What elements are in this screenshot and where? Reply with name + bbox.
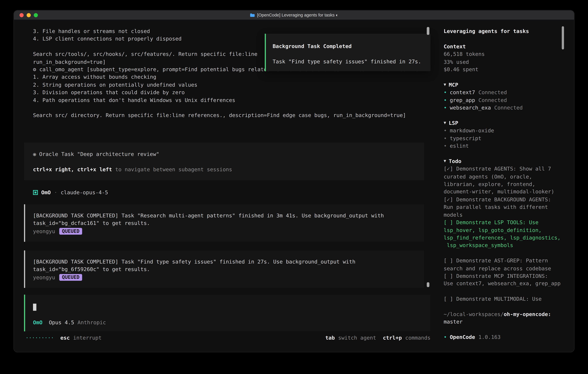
bullet-icon: • [444,142,447,150]
input-provider-name: Anthropic [78,319,106,326]
agent-header: OmO · claude-opus-4-5 [33,189,108,196]
message-author: yeongyu [33,274,55,281]
todo-item-pending: [ ] Demonstrate AST-GREP: Pattern search… [444,257,563,272]
context-heading: Context [444,43,563,50]
terminal-window: [OpenCode] Leveraging agents for tasks ◐… [14,10,574,352]
message-body: [BACKGROUND TASK COMPLETED] Task "Find t… [33,258,418,273]
todo-item-pending: [ ] Demonstrate MCP INTEGRATIONS: Use co… [444,272,563,287]
oracle-title: ◉Oracle Task "Deep architecture review" [33,150,418,158]
app-version: 1.0.163 [478,333,501,341]
agent-model: claude-opus-4-5 [61,189,108,196]
desktop: [OpenCode] Leveraging agents for tasks ◐… [0,0,588,374]
chevron-down-icon: ▼ [444,81,446,89]
record-icon: ◉ [33,151,36,157]
message-meta: yeongyu QUEUED [33,274,418,281]
switch-agent-label: switch agent [338,334,376,342]
lsp-item: • eslint [444,142,563,150]
mcp-section-header[interactable]: ▼ MCP [444,81,563,89]
branch-name: master [444,318,563,326]
input-model-name: Opus 4.5 [49,319,74,326]
esc-key-hint: esc [60,334,70,342]
chevron-down-icon: ▼ [444,119,446,127]
traffic-lights [20,13,38,17]
input-agent-name: OmO [33,319,42,326]
hint-text: to navigate between subagent sessions [115,166,232,172]
scrollbar-thumb[interactable] [427,282,430,287]
mcp-name: context7 [450,89,475,96]
message-author: yeongyu [33,228,55,235]
message-meta: yeongyu QUEUED [33,228,418,235]
queued-badge: QUEUED [59,274,82,281]
workspace-path: ~/local-workspaces/oh-my-opencode: [444,310,563,318]
oracle-title-text: Oracle Task "Deep architecture review" [39,151,159,157]
workspace-dir: ~/local-workspaces/ [444,311,504,317]
message-card: [BACKGROUND TASK COMPLETED] Task "Resear… [24,204,424,242]
message-card: [BACKGROUND TASK COMPLETED] Task "Find t… [24,250,424,288]
bullet-icon: • [444,96,447,104]
sidebar-scrollbar-thumb[interactable] [562,26,564,50]
background-task-toast: Background Task Completed Task "Find typ… [265,34,430,71]
titlebar: [OpenCode] Leveraging agents for tasks ◐ [14,10,574,20]
context-stats: 66,518 tokens 33% used $0.46 spent [444,50,563,73]
lsp-name: markdown-oxide [450,127,494,135]
folder-icon [250,13,255,17]
tab-key-hint: tab [326,334,335,342]
mcp-item: • websearch_exa Connected [444,104,563,112]
todo-item-pending: [ ] Demonstrate MULTIMODAL: Use [444,295,563,303]
status-bar: ········· esc interrupt tab switch agent… [25,334,430,342]
bullet-icon: • [444,135,447,142]
queued-badge: QUEUED [59,228,82,235]
session-sidebar: Leveraging agents for tasks Context 66,5… [438,20,574,352]
toast-title: Background Task Completed [273,42,425,50]
bullet-icon: • [444,89,447,96]
todo-item-active: [ ] Demonstrate LSP TOOLS: Use lsp_hover… [444,218,563,249]
mcp-label: MCP [449,81,458,89]
close-button[interactable] [20,13,24,17]
mcp-name: websearch_exa [450,104,491,112]
separator-dot: · [54,189,57,196]
prompt-input[interactable]: OmO Opus 4.5 Anthropic [24,295,430,331]
ctrl-p-key-hint: ctrl+p [383,334,402,342]
todo-item-done: [✓] Demonstrate BACKGROUND AGENTS: Run p… [444,196,563,219]
version-footer: • OpenCode 1.0.163 [444,333,563,341]
todo-section-header[interactable]: ▼ Todo [444,157,563,165]
lsp-item: • markdown-oxide [444,127,563,135]
app-name: OpenCode [450,333,475,341]
zoom-button[interactable] [34,13,38,17]
lsp-item: • typescript [444,135,563,142]
lsp-label: LSP [449,119,458,127]
mcp-status: Connected [494,104,523,112]
chevron-down-icon: ▼ [444,157,446,165]
message-body: [BACKGROUND TASK COMPLETED] Task "Resear… [33,212,418,227]
ctrl-x-right-key: ctrl+x right, [33,166,74,172]
model-line: OmO Opus 4.5 Anthropic [33,319,430,326]
lsp-section-header[interactable]: ▼ LSP [444,119,563,127]
mcp-status: Connected [478,96,507,104]
tool-call-block: ⚙ call_omo_agent [subagent_type=explore,… [33,66,430,119]
mcp-status: Connected [478,89,507,96]
repo-name: oh-my-opencode: [504,311,551,317]
ctrl-x-left-key: ctrl+x left [77,166,112,172]
bullet-icon: • [444,333,447,341]
commands-label: commands [405,334,430,342]
oracle-task-panel: ◉Oracle Task "Deep architecture review" … [24,143,424,180]
minimize-button[interactable] [27,13,31,17]
mcp-item: • context7 Connected [444,89,563,96]
subagent-nav-hint: ctrl+x right, ctrl+x left to navigate be… [33,166,418,173]
window-title-area: [OpenCode] Leveraging agents for tasks ◐ [250,13,338,17]
bullet-icon: • [444,104,447,112]
spinner-dots: ········· [25,334,54,342]
todo-label: Todo [449,157,461,165]
mcp-item: • grep_app Connected [444,96,563,104]
window-title: [OpenCode] Leveraging agents for tasks ◐ [257,13,338,17]
todo-item-done: [✓] Demonstrate AGENTS: Show all 7 curat… [444,165,563,196]
lsp-name: typescript [450,135,481,142]
mcp-name: grep_app [450,96,475,104]
scrollbar-thumb[interactable] [427,27,430,35]
session-title: Leveraging agents for tasks [444,27,563,35]
toast-body: Task "Find type safety issues" finished … [273,58,425,65]
agent-name: OmO [41,189,51,196]
interrupt-label: interrupt [73,334,102,342]
agent-square-icon [33,190,38,195]
bullet-icon: • [444,127,447,135]
